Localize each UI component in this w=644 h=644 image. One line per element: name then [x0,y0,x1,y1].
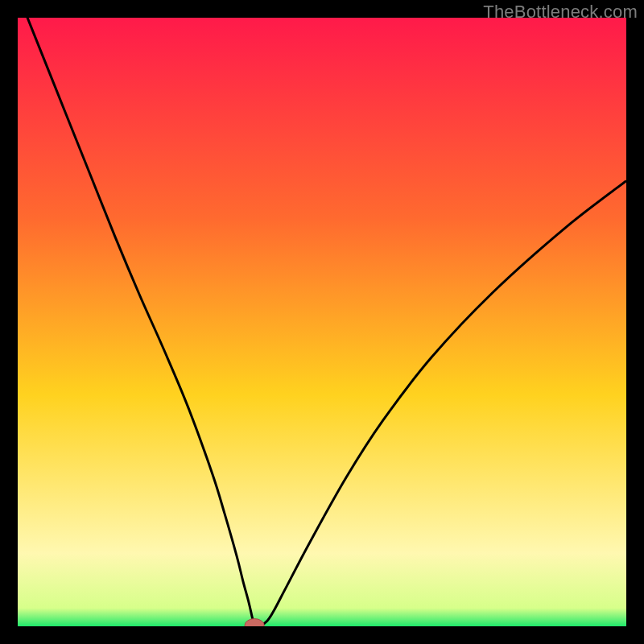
watermark-text: TheBottleneck.com [483,2,638,23]
plot-svg [18,18,626,626]
gradient-background [18,18,626,626]
plot-area [18,18,626,626]
chart-frame: TheBottleneck.com [0,0,644,644]
